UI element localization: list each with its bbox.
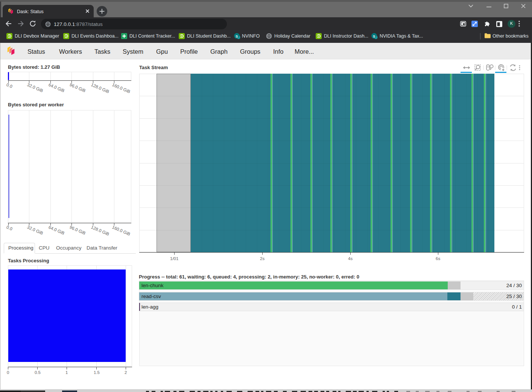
svg-text:S: S	[236, 34, 238, 38]
svg-text:S: S	[373, 34, 375, 38]
